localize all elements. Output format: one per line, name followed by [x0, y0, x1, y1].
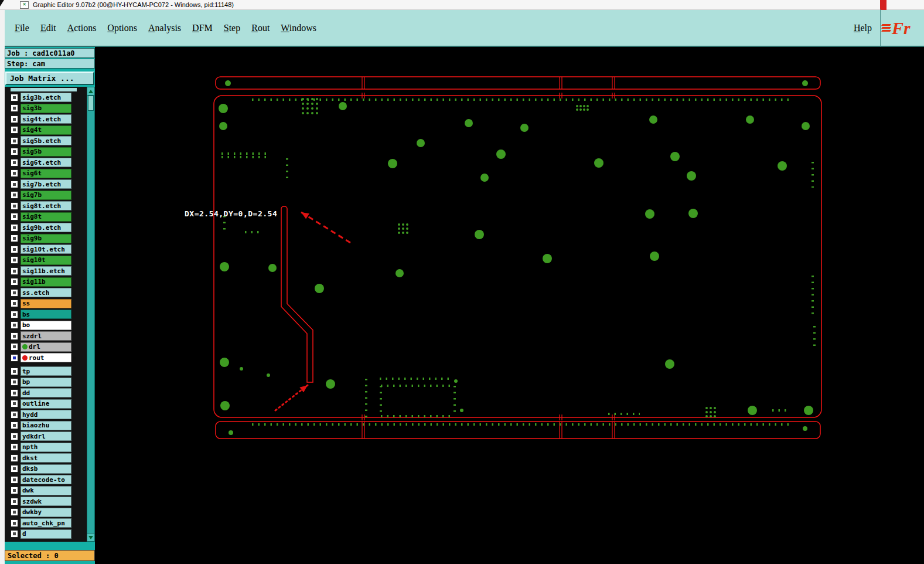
layer-checkbox[interactable]: [11, 368, 18, 375]
layer-checkbox[interactable]: [11, 137, 18, 145]
layer-checkbox[interactable]: [11, 181, 18, 188]
layer-row-sig8t[interactable]: sig8t: [5, 212, 87, 222]
scrollbar-thumb[interactable]: [88, 96, 94, 111]
layer-checkbox[interactable]: [11, 202, 18, 210]
layer-row-d[interactable]: d: [5, 529, 87, 539]
menu-windows[interactable]: Windows: [281, 23, 316, 33]
layer-name[interactable]: bo: [21, 321, 71, 330]
layer-row-sig9b.etch[interactable]: sig9b.etch: [5, 223, 87, 232]
layer-name[interactable]: npth: [21, 443, 71, 452]
menu-edit[interactable]: Edit: [40, 23, 56, 33]
layer-row-dd[interactable]: dd: [5, 388, 87, 397]
layer-name[interactable]: datecode-to: [21, 475, 71, 484]
layer-checkbox[interactable]: [11, 343, 18, 351]
layer-row-datecode-to[interactable]: datecode-to: [5, 475, 87, 484]
layer-name[interactable]: biaozhu: [21, 421, 71, 430]
layer-name[interactable]: hydd: [21, 410, 71, 419]
layer-checkbox[interactable]: [11, 433, 18, 440]
layer-name[interactable]: sig8t.etch: [21, 201, 71, 210]
layer-name[interactable]: tp: [21, 366, 71, 376]
layer-row-dksb[interactable]: dksb: [5, 464, 87, 474]
layer-row-bs[interactable]: bs: [5, 310, 87, 319]
layer-name[interactable]: sig4t.etch: [21, 114, 71, 124]
menu-step[interactable]: Step: [224, 23, 240, 33]
layer-checkbox[interactable]: [11, 115, 18, 123]
layer-checkbox[interactable]: [11, 278, 18, 286]
layer-row-outline[interactable]: outline: [5, 399, 87, 409]
layer-row-sig3b.etch[interactable]: sig3b.etch: [5, 93, 87, 102]
job-matrix-button[interactable]: Job Matrix ...: [5, 72, 94, 85]
layer-row-sig5b.etch[interactable]: sig5b.etch: [5, 136, 87, 145]
layer-name[interactable]: sig3b: [21, 104, 71, 113]
layer-name[interactable]: outline: [21, 399, 71, 409]
layer-checkbox[interactable]: [11, 519, 18, 527]
layer-row-drl[interactable]: drl: [5, 342, 87, 352]
menu-dfm[interactable]: DFM: [192, 23, 213, 33]
layer-checkbox[interactable]: [11, 389, 18, 397]
layer-checkbox[interactable]: [11, 256, 18, 264]
menu-file[interactable]: File: [15, 23, 29, 33]
layer-row-sig7b.etch[interactable]: sig7b.etch: [5, 179, 87, 189]
layer-checkbox[interactable]: [11, 498, 18, 505]
layer-row-szdrl[interactable]: szdrl: [5, 331, 87, 341]
layer-row-sig4t[interactable]: sig4t: [5, 125, 87, 135]
pcb-svg[interactable]: [95, 47, 924, 564]
layer-row-biaozhu[interactable]: biaozhu: [5, 421, 87, 430]
layer-row-npth[interactable]: npth: [5, 443, 87, 452]
layer-name[interactable]: sig6t.etch: [21, 158, 71, 167]
layer-row-dkst[interactable]: dkst: [5, 453, 87, 463]
layer-row-ss.etch[interactable]: ss.etch: [5, 288, 87, 297]
layer-name[interactable]: szdrl: [21, 331, 71, 341]
layer-name[interactable]: ydkdrl: [21, 432, 71, 441]
rout-profile[interactable]: [281, 206, 313, 382]
layer-name[interactable]: sig10t.etch: [21, 244, 71, 254]
layer-name[interactable]: sig6t: [21, 169, 71, 178]
layer-name[interactable]: auto_chk_pn: [21, 518, 71, 528]
layer-list-scrollbar[interactable]: [87, 87, 95, 542]
menu-options[interactable]: Options: [107, 23, 137, 33]
layer-checkbox[interactable]: [11, 400, 18, 407]
layer-row-sig3b[interactable]: sig3b: [5, 104, 87, 113]
layer-checkbox[interactable]: [11, 148, 18, 155]
layer-name[interactable]: sig11b.etch: [21, 266, 71, 276]
layer-checkbox[interactable]: [11, 224, 18, 232]
layer-name[interactable]: ss.etch: [21, 288, 71, 297]
layer-checkbox[interactable]: [11, 159, 18, 167]
layer-checkbox[interactable]: [11, 246, 18, 253]
layer-name[interactable]: bp: [21, 378, 71, 387]
layer-name[interactable]: sig11b: [21, 277, 71, 287]
menu-rout[interactable]: Rout: [251, 23, 270, 33]
layer-checkbox[interactable]: [11, 332, 18, 340]
layer-row-bp[interactable]: bp: [5, 378, 87, 387]
layer-row-sig9b[interactable]: sig9b: [5, 234, 87, 243]
scroll-up-icon[interactable]: [87, 87, 94, 96]
layer-checkbox[interactable]: [11, 267, 18, 275]
layer-row-auto_chk_pn[interactable]: auto_chk_pn: [5, 518, 87, 528]
layer-row-sig5b[interactable]: sig5b: [5, 147, 87, 157]
layer-name[interactable]: bs: [21, 310, 71, 319]
layer-name[interactable]: dwk: [21, 486, 71, 495]
layer-name[interactable]: drl: [21, 342, 71, 352]
layer-row-sig6t.etch[interactable]: sig6t.etch: [5, 158, 87, 167]
layer-checkbox[interactable]: [11, 354, 18, 362]
layer-name[interactable]: sig9b: [21, 234, 71, 243]
layer-name[interactable]: dwkby: [21, 508, 71, 517]
layer-name[interactable]: sig10t: [21, 256, 71, 265]
layer-checkbox[interactable]: [11, 126, 18, 134]
layer-row-tp[interactable]: tp: [5, 366, 87, 376]
layer-checkbox[interactable]: [11, 213, 18, 220]
layer-row-sig10t.etch[interactable]: sig10t.etch: [5, 244, 87, 254]
layer-row-sig7b[interactable]: sig7b: [5, 191, 87, 200]
menu-actions[interactable]: Actions: [67, 23, 97, 33]
layer-checkbox[interactable]: [11, 465, 18, 473]
board-outlines[interactable]: [214, 77, 821, 439]
layer-row-sig11b[interactable]: sig11b: [5, 277, 87, 287]
layer-row-bo[interactable]: bo: [5, 321, 87, 330]
layer-row-sig10t[interactable]: sig10t: [5, 256, 87, 265]
layer-checkbox[interactable]: [11, 191, 18, 199]
layer-checkbox[interactable]: [11, 104, 18, 112]
layer-name[interactable]: dd: [21, 388, 71, 397]
layer-checkbox[interactable]: [11, 411, 18, 419]
layer-checkbox[interactable]: [11, 300, 18, 307]
layer-checkbox[interactable]: [11, 94, 18, 101]
